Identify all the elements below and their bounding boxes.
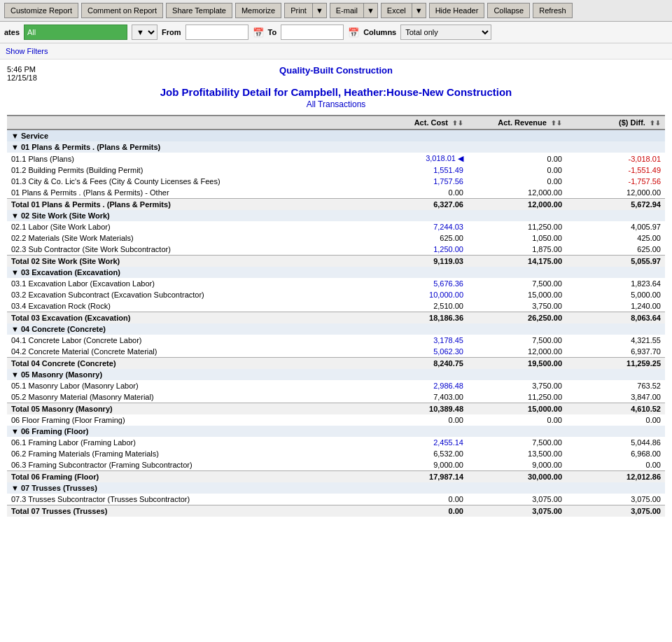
report-title: Job Profitability Detail for Campbell, H… [7, 86, 665, 98]
to-input[interactable] [281, 25, 344, 40]
diff-value: 11,259.25 [566, 358, 665, 370]
table-row: 03.2 Excavation Subcontract (Excavation … [7, 289, 665, 300]
act-cost-value: 1,250.00 [369, 244, 468, 256]
email-arrow-button[interactable]: ▼ [363, 3, 378, 18]
collapse-arrow[interactable]: ▼ [11, 143, 21, 151]
refresh-button[interactable]: Refresh [533, 3, 573, 18]
table-row: Total 04 Concrete (Concrete) 8,240.75 19… [7, 358, 665, 370]
customize-report-button[interactable]: Customize Report [4, 3, 78, 18]
diff-value: 5,055.97 [566, 256, 665, 267]
from-input[interactable] [186, 25, 248, 40]
email-main-button[interactable]: E-mail [330, 3, 363, 18]
act-cost-value: 6,327.06 [369, 199, 468, 211]
diff-value: -3,018.01 [566, 153, 665, 165]
table-row: 06.3 Framing Subcontractor (Framing Subc… [7, 459, 665, 471]
act-cost-value: 6,532.00 [369, 448, 468, 459]
row-label: Total 06 Framing (Floor) [7, 471, 369, 483]
excel-split-button: Excel ▼ [381, 3, 426, 18]
table-row: ▼ 03 Excavation (Excavation) [7, 267, 665, 278]
table-row: Total 06 Framing (Floor) 17,987.14 30,00… [7, 471, 665, 483]
dates-input[interactable] [24, 25, 127, 40]
act-revenue-value: 1,875.00 [468, 244, 566, 256]
act-revenue-value: 3,075.00 [468, 505, 566, 517]
col-act-revenue: Act. Revenue ⬆⬇ [468, 116, 566, 130]
act-revenue-value: 0.00 [468, 414, 566, 426]
excel-main-button[interactable]: Excel [381, 3, 412, 18]
diff-value: 6,937.70 [566, 346, 665, 358]
table-row: 04.2 Concrete Material (Concrete Materia… [7, 346, 665, 358]
act-revenue-value: 12,000.00 [468, 199, 566, 211]
table-row: 03.1 Excavation Labor (Excavation Labor)… [7, 278, 665, 289]
diff-value: 1,240.00 [566, 300, 665, 312]
filterbar: ates ▼ From 📅 To 📅 Columns Total only [0, 22, 672, 43]
act-cost-value: 5,676.36 [369, 278, 468, 289]
show-filters-link[interactable]: Show Filters [6, 47, 48, 55]
act-revenue-value: 12,000.00 [468, 187, 566, 199]
print-arrow-button[interactable]: ▼ [312, 3, 327, 18]
collapse-arrow[interactable]: ▼ [11, 268, 21, 277]
memorize-button[interactable]: Memorize [235, 3, 281, 18]
table-row: 01.3 City & Co. Lic's & Fees (City & Cou… [7, 176, 665, 187]
act-cost-value: 7,403.00 [369, 391, 468, 403]
comment-on-report-button[interactable]: Comment on Report [81, 3, 163, 18]
columns-select[interactable]: Total only [400, 25, 491, 40]
diff-value: 5,000.00 [566, 289, 665, 300]
row-label: 06.1 Framing Labor (Framing Labor) [7, 437, 369, 448]
diff-value: -1,551.49 [566, 165, 665, 176]
act-revenue-sort-icon[interactable]: ⬆⬇ [551, 120, 562, 127]
table-row: 05.1 Masonry Labor (Masonry Labor) 2,986… [7, 380, 665, 391]
toolbar: Customize Report Comment on Report Share… [0, 0, 672, 22]
diff-value: 763.52 [566, 380, 665, 391]
collapse-arrow[interactable]: ▼ [11, 427, 21, 435]
act-revenue-value: 1,050.00 [468, 232, 566, 244]
row-label: 06.3 Framing Subcontractor (Framing Subc… [7, 459, 369, 471]
row-label: 01.3 City & Co. Lic's & Fees (City & Cou… [7, 176, 369, 187]
table-row: Total 03 Excavation (Excavation) 18,186.… [7, 312, 665, 324]
row-label: 03.4 Excavation Rock (Rock) [7, 300, 369, 312]
collapse-arrow[interactable]: ▼ [11, 325, 21, 333]
act-revenue-value: 7,500.00 [468, 278, 566, 289]
to-calendar-icon[interactable]: 📅 [348, 27, 359, 38]
row-label: 01.1 Plans (Plans) [7, 153, 369, 165]
print-main-button[interactable]: Print [284, 3, 312, 18]
subsection-label: ▼ 03 Excavation (Excavation) [7, 267, 665, 278]
diff-sort-icon[interactable]: ⬆⬇ [650, 120, 661, 127]
diff-value: 0.00 [566, 414, 665, 426]
act-revenue-value: 13,500.00 [468, 448, 566, 459]
collapse-arrow[interactable]: ▼ [11, 484, 21, 492]
table-row: 01.1 Plans (Plans) 3,018.01 ◀ 0.00 -3,01… [7, 153, 665, 165]
act-cost-value: 1,757.56 [369, 176, 468, 187]
report-company: Quality-Built Construction [7, 65, 665, 76]
act-cost-value: 0.00 [369, 414, 468, 426]
diff-value: -1,757.56 [566, 176, 665, 187]
act-cost-value: 2,986.48 [369, 380, 468, 391]
table-row: 03.4 Excavation Rock (Rock) 2,510.00 3,7… [7, 300, 665, 312]
excel-arrow-button[interactable]: ▼ [412, 3, 426, 18]
diff-value: 12,000.00 [566, 187, 665, 199]
act-cost-sort-icon[interactable]: ⬆⬇ [452, 120, 463, 127]
subsection-label: ▼ 06 Framing (Floor) [7, 426, 665, 437]
dates-dropdown[interactable]: ▼ [132, 25, 158, 40]
hide-header-button[interactable]: Hide Header [429, 3, 485, 18]
timestamp-block: 5:46 PM 12/15/18 [7, 65, 37, 82]
act-revenue-value: 7,500.00 [468, 437, 566, 448]
collapse-arrow[interactable]: ▼ [11, 370, 21, 379]
table-row: 02.2 Materials (Site Work Materials) 625… [7, 232, 665, 244]
share-template-button[interactable]: Share Template [166, 3, 232, 18]
collapse-button[interactable]: Collapse [487, 3, 530, 18]
act-revenue-value: 3,750.00 [468, 380, 566, 391]
drill-arrow[interactable]: ◀ [458, 154, 463, 162]
col-act-cost: Act. Cost ⬆⬇ [369, 116, 468, 130]
diff-value: 5,044.86 [566, 437, 665, 448]
row-label: Total 07 Trusses (Trusses) [7, 505, 369, 517]
act-cost-value: 7,244.03 [369, 221, 468, 232]
report-table: Act. Cost ⬆⬇ Act. Revenue ⬆⬇ ($) Diff. ⬆… [7, 115, 665, 517]
collapse-arrow[interactable]: ▼ [11, 211, 21, 220]
act-cost-value: 5,062.30 [369, 346, 468, 358]
from-label: From [162, 28, 181, 36]
act-cost-value: 17,987.14 [369, 471, 468, 483]
from-calendar-icon[interactable]: 📅 [253, 27, 264, 38]
table-row: 05.2 Masonry Material (Masonry Material)… [7, 391, 665, 403]
diff-value: 3,847.00 [566, 391, 665, 403]
act-cost-value: 8,240.75 [369, 358, 468, 370]
